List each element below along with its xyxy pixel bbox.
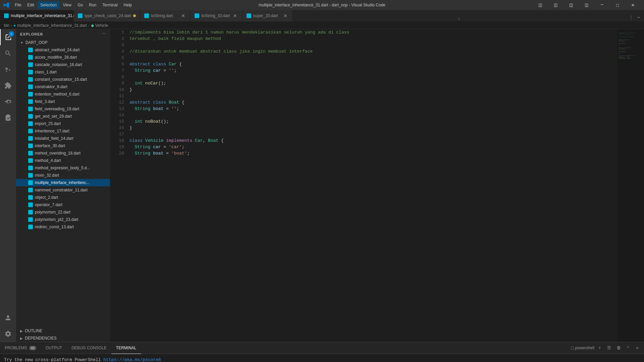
terminal-line-1: Try the new cross-platform PowerShell ht… bbox=[4, 357, 640, 362]
source-control-icon[interactable] bbox=[0, 61, 16, 77]
tab-super20[interactable]: super_20.dart ✕ bbox=[243, 10, 293, 21]
add-terminal-button[interactable]: + bbox=[596, 344, 604, 352]
filename: operator_7.dart bbox=[35, 202, 62, 207]
tab-tostring[interactable]: toString.dart ✕ bbox=[140, 10, 191, 21]
terminal-content[interactable]: Try the new cross-platform PowerShell ht… bbox=[0, 354, 644, 362]
maximize-button[interactable]: ☐ bbox=[610, 0, 625, 10]
dart-icon bbox=[28, 77, 33, 82]
file-field-overeading[interactable]: field_overeading_19.dart bbox=[16, 105, 110, 113]
code-area[interactable]: //implements bisa lebih dari 1 namun har… bbox=[127, 29, 617, 342]
file-get-set[interactable]: get_and_set_29.dart bbox=[16, 113, 110, 120]
account-icon[interactable] bbox=[0, 310, 16, 326]
tab-close-button-4[interactable]: ✕ bbox=[232, 13, 238, 19]
dart-icon bbox=[28, 225, 33, 229]
file-inisialist[interactable]: inisialist_field_14.dart bbox=[16, 135, 110, 142]
file-constraktor[interactable]: constraktor_8.dart bbox=[16, 83, 110, 90]
filename: mehod_overiding_18.dart bbox=[35, 151, 80, 156]
file-import[interactable]: import_25.dart bbox=[16, 120, 110, 127]
ln3: 3 bbox=[113, 42, 124, 48]
tab-close-button-5[interactable]: ✕ bbox=[282, 13, 288, 19]
search-icon[interactable] bbox=[0, 45, 16, 61]
outline-section[interactable]: ▶ OUTLINE bbox=[16, 327, 110, 335]
deps-label: DEPENDENCIES bbox=[25, 336, 57, 341]
dart-icon bbox=[28, 84, 33, 89]
layout-icon-1[interactable]: ◫ bbox=[533, 0, 548, 10]
file-method4[interactable]: method_4.dart bbox=[16, 157, 110, 164]
tab-multiple-interface[interactable]: multiple_interface_inheretance_31.dart ✕ bbox=[0, 10, 74, 21]
file-polymortsm-pt2[interactable]: polymortsm_pt2_23.dart bbox=[16, 216, 110, 223]
file-class1[interactable]: class_1.dart bbox=[16, 68, 110, 76]
menu-selection[interactable]: Selection bbox=[38, 1, 59, 9]
dart-icon bbox=[28, 92, 33, 97]
extensions-icon[interactable] bbox=[0, 77, 16, 94]
tab-tostring33[interactable]: toString_33.dart ✕ bbox=[191, 10, 242, 21]
panel-tab-output[interactable]: OUTPUT bbox=[41, 342, 67, 354]
file-redirec[interactable]: redirec_const_13.dart bbox=[16, 223, 110, 231]
test-icon[interactable] bbox=[0, 110, 16, 126]
tab-type-check[interactable]: type_check_casts_24.dart bbox=[74, 10, 140, 21]
kill-terminal-button[interactable]: 🗑 bbox=[614, 344, 623, 352]
folder-arrow: ▼ bbox=[20, 41, 23, 45]
file-nammed[interactable]: nammed_constraktor_11.dart bbox=[16, 186, 110, 194]
powershell-icon: □ bbox=[571, 345, 574, 351]
file-cascade[interactable]: cascade_notasion_16.dart bbox=[16, 61, 110, 68]
split-editor-button[interactable]: ⋮ bbox=[628, 13, 635, 21]
menu-run[interactable]: Run bbox=[86, 1, 99, 9]
tab-overflow[interactable]: › bbox=[455, 16, 463, 21]
settings-icon[interactable] bbox=[0, 326, 16, 342]
split-terminal-button[interactable]: ☰ bbox=[605, 344, 613, 352]
file-field3[interactable]: field_3.dart bbox=[16, 98, 110, 105]
panel-tab-bar: PROBLEMS 40 OUTPUT DEBUG CONSOLE TERMINA… bbox=[0, 342, 644, 354]
vscode-icon bbox=[3, 2, 9, 8]
activity-bar: 2 bbox=[0, 29, 16, 342]
dart-oop-folder[interactable]: ▼ DART_OOP bbox=[16, 39, 110, 46]
powershell-link[interactable]: https://aka.ms/pscore6 bbox=[103, 357, 161, 362]
file-object2[interactable]: object_2.dart bbox=[16, 194, 110, 201]
file-inheritence[interactable]: inheritence_17.dart bbox=[16, 127, 110, 135]
panel-tab-debug-console[interactable]: DEBUG CONSOLE bbox=[67, 342, 111, 354]
file-operator7[interactable]: operator_7.dart bbox=[16, 201, 110, 208]
file-interface30[interactable]: interface_30.dart bbox=[16, 142, 110, 149]
filename: constant_constraktor_15.dart bbox=[35, 77, 87, 82]
file-polymortsm22[interactable]: polymortsm_22.dart bbox=[16, 208, 110, 216]
file-acces-modifire[interactable]: acces_modifire_28.dart bbox=[16, 54, 110, 61]
svg-text:String car = '';: String car = ''; bbox=[619, 40, 628, 42]
file-extention[interactable]: extention_method_6.dart bbox=[16, 90, 110, 98]
menu-terminal[interactable]: Terminal bbox=[100, 1, 120, 9]
menu-view[interactable]: View bbox=[60, 1, 74, 9]
deps-arrow: ▶ bbox=[20, 337, 23, 340]
file-mixin32[interactable]: mixin_32.dart bbox=[16, 172, 110, 179]
close-panel-button[interactable]: ✕ bbox=[633, 344, 641, 352]
file-multiple-interface[interactable]: multiple_interface_inheritenc... bbox=[16, 179, 110, 186]
close-button[interactable]: ✕ bbox=[625, 0, 641, 10]
run-debug-icon[interactable] bbox=[0, 94, 16, 110]
menu-edit[interactable]: Edit bbox=[24, 1, 37, 9]
more-actions-button[interactable]: ⋯ bbox=[636, 13, 641, 21]
explorer-icon[interactable]: 2 bbox=[0, 29, 16, 45]
menu-help[interactable]: Help bbox=[121, 1, 135, 9]
file-mehod-overiding[interactable]: mehod_overiding_18.dart bbox=[16, 149, 110, 157]
tab-close-button-3[interactable]: ✕ bbox=[180, 13, 186, 19]
panel-tab-problems[interactable]: PROBLEMS 40 bbox=[0, 342, 41, 354]
layout-icon-2[interactable]: ◫ bbox=[548, 0, 564, 10]
maximize-panel-button[interactable]: ⌃ bbox=[624, 344, 632, 352]
layout-icon-4[interactable]: ◫ bbox=[579, 0, 594, 10]
ln17: 17 bbox=[113, 131, 124, 137]
breadcrumb-file[interactable]: ● multiple_interface_inheretance_31.dart bbox=[13, 23, 87, 28]
file-abstract-method[interactable]: abstract_method_24.dart bbox=[16, 46, 110, 54]
breadcrumb-class[interactable]: ◆ Vehicle bbox=[91, 23, 108, 28]
filename: nammed_constraktor_11.dart bbox=[35, 188, 88, 192]
file-constant[interactable]: constant_constraktor_15.dart bbox=[16, 76, 110, 83]
line-numbers: 1 2 3 4 5 6 7 8 9 10 11 12 13 14 15 16 1… bbox=[110, 29, 127, 342]
window-controls: ◫ ◫ ◫ ◫ − ☐ ✕ bbox=[533, 0, 641, 10]
layout-icon-3[interactable]: ◫ bbox=[564, 0, 579, 10]
minimize-button[interactable]: − bbox=[594, 0, 610, 10]
sidebar-header: EXPLORER ⋯ bbox=[16, 29, 110, 39]
file-method-expresion[interactable]: method_expresion_body_5.d... bbox=[16, 164, 110, 172]
menu-go[interactable]: Go bbox=[75, 1, 86, 9]
breadcrumb-bin[interactable]: bin bbox=[4, 23, 9, 28]
panel-tab-terminal[interactable]: TERMINAL bbox=[111, 342, 141, 354]
dependencies-section[interactable]: ▶ DEPENDENCIES bbox=[16, 335, 110, 342]
menu-file[interactable]: File bbox=[12, 1, 24, 9]
sidebar-more-button[interactable]: ⋯ bbox=[102, 32, 106, 36]
